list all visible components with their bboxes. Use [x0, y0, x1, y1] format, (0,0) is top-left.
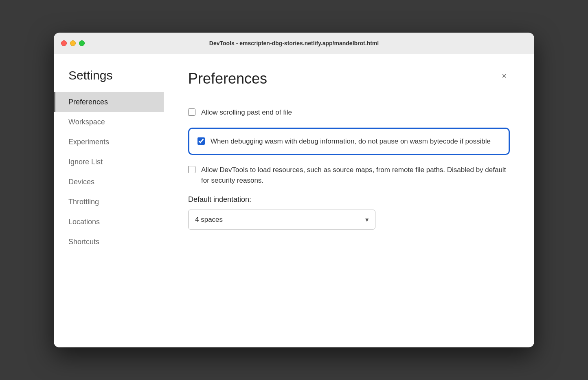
- sidebar-item-ignore-list[interactable]: Ignore List: [54, 152, 164, 172]
- sidebar-item-shortcuts[interactable]: Shortcuts: [54, 232, 164, 252]
- sidebar-item-preferences[interactable]: Preferences: [54, 92, 164, 112]
- indentation-label: Default indentation:: [188, 195, 510, 204]
- close-traffic-light[interactable]: [61, 40, 67, 46]
- minimize-traffic-light[interactable]: [70, 40, 76, 46]
- maximize-traffic-light[interactable]: [79, 40, 85, 46]
- sidebar-item-experiments[interactable]: Experiments: [54, 132, 164, 152]
- window-title: DevTools - emscripten-dbg-stories.netlif…: [209, 40, 379, 46]
- panel-divider: [188, 94, 510, 94]
- scroll-checkbox-wrapper: [188, 108, 195, 117]
- remote-file-paths-label[interactable]: Allow DevTools to load resources, such a…: [201, 165, 510, 186]
- panel-header: Preferences ×: [188, 70, 510, 87]
- remote-checkbox-wrapper: [188, 166, 195, 175]
- devtools-window: DevTools - emscripten-dbg-stories.netlif…: [54, 33, 534, 347]
- wasm-debug-label[interactable]: When debugging wasm with debug informati…: [211, 136, 491, 147]
- setting-scroll-past-end: Allow scrolling past end of file: [188, 107, 510, 118]
- sidebar-item-locations[interactable]: Locations: [54, 212, 164, 232]
- title-bar: DevTools - emscripten-dbg-stories.netlif…: [54, 33, 534, 54]
- setting-remote-file-paths: Allow DevTools to load resources, such a…: [188, 165, 510, 186]
- wasm-debug-checkbox[interactable]: [197, 137, 205, 145]
- remote-file-paths-checkbox[interactable]: [188, 166, 195, 173]
- scroll-past-end-label[interactable]: Allow scrolling past end of file: [201, 107, 292, 118]
- close-button[interactable]: ×: [498, 70, 510, 82]
- scroll-past-end-checkbox[interactable]: [188, 108, 195, 116]
- indentation-section: Default indentation: 2 spaces 4 spaces 8…: [188, 195, 510, 230]
- wasm-checkbox-wrapper: [197, 137, 205, 146]
- panel-title: Preferences: [188, 70, 267, 87]
- sidebar-heading: Settings: [54, 68, 164, 92]
- sidebar: Settings Preferences Workspace Experimen…: [54, 54, 164, 347]
- sidebar-item-workspace[interactable]: Workspace: [54, 112, 164, 132]
- settings-panel: Preferences × Allow scrolling past end o…: [164, 54, 534, 347]
- main-content: Settings Preferences Workspace Experimen…: [54, 54, 534, 347]
- traffic-lights: [61, 40, 85, 46]
- sidebar-item-throttling[interactable]: Throttling: [54, 192, 164, 212]
- sidebar-item-devices[interactable]: Devices: [54, 172, 164, 192]
- indentation-select[interactable]: 2 spaces 4 spaces 8 spaces Tab character: [188, 210, 375, 230]
- indentation-dropdown-wrapper: 2 spaces 4 spaces 8 spaces Tab character…: [188, 210, 375, 230]
- setting-wasm-debug: When debugging wasm with debug informati…: [188, 128, 510, 155]
